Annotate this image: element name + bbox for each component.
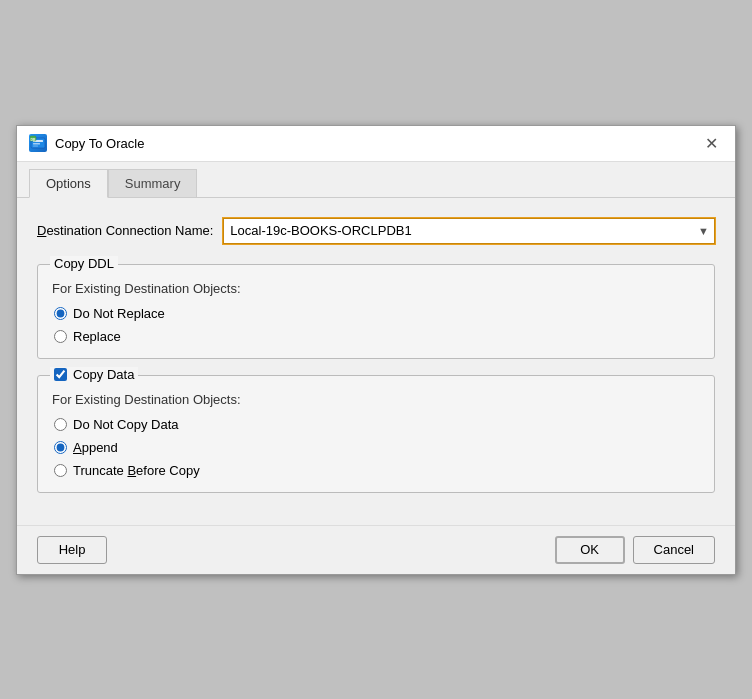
ddl-option-2-row: Replace <box>54 329 702 344</box>
tab-bar: Options Summary <box>17 162 735 198</box>
app-icon: DB <box>29 134 47 152</box>
copy-ddl-title-container: Copy DDL <box>50 256 118 271</box>
copy-data-subtitle: For Existing Destination Objects: <box>52 392 702 407</box>
copy-data-title-container: Copy Data <box>50 367 138 382</box>
ok-button[interactable]: OK <box>555 536 625 564</box>
tab-options[interactable]: Options <box>29 169 108 198</box>
svg-text:DB: DB <box>30 138 36 142</box>
copy-data-checkbox[interactable] <box>54 368 67 381</box>
ddl-do-not-replace-radio[interactable] <box>54 307 67 320</box>
data-truncate-label[interactable]: Truncate Before Copy <box>73 463 200 478</box>
dialog-body: Destination Connection Name: Local-19c-B… <box>17 198 735 525</box>
dialog-footer: Help OK Cancel <box>17 525 735 574</box>
title-left: DB Copy To Oracle <box>29 134 144 152</box>
ddl-replace-radio[interactable] <box>54 330 67 343</box>
dialog-title: Copy To Oracle <box>55 136 144 151</box>
data-truncate-radio[interactable] <box>54 464 67 477</box>
ddl-replace-label[interactable]: Replace <box>73 329 121 344</box>
footer-right-buttons: OK Cancel <box>555 536 715 564</box>
svg-rect-3 <box>33 146 38 147</box>
ddl-do-not-replace-label[interactable]: Do Not Replace <box>73 306 165 321</box>
data-do-not-copy-radio[interactable] <box>54 418 67 431</box>
close-button[interactable]: ✕ <box>699 131 723 155</box>
copy-data-label[interactable]: Copy Data <box>73 367 134 382</box>
copy-ddl-title: Copy DDL <box>54 256 114 271</box>
destination-select-wrapper: Local-19c-BOOKS-ORCLPDB1 ▼ <box>223 218 715 244</box>
cancel-button[interactable]: Cancel <box>633 536 715 564</box>
tab-summary[interactable]: Summary <box>108 169 198 198</box>
data-append-radio[interactable] <box>54 441 67 454</box>
help-button[interactable]: Help <box>37 536 107 564</box>
data-append-label[interactable]: Append <box>73 440 118 455</box>
title-bar: DB Copy To Oracle ✕ <box>17 126 735 162</box>
copy-ddl-subtitle: For Existing Destination Objects: <box>52 281 702 296</box>
ddl-option-1-row: Do Not Replace <box>54 306 702 321</box>
copy-ddl-group: Copy DDL For Existing Destination Object… <box>37 264 715 359</box>
data-option-1-row: Do Not Copy Data <box>54 417 702 432</box>
destination-select[interactable]: Local-19c-BOOKS-ORCLPDB1 <box>223 218 715 244</box>
destination-row: Destination Connection Name: Local-19c-B… <box>37 218 715 244</box>
data-option-2-row: Append <box>54 440 702 455</box>
data-option-3-row: Truncate Before Copy <box>54 463 702 478</box>
destination-label: Destination Connection Name: <box>37 223 213 238</box>
svg-rect-2 <box>33 143 40 145</box>
data-do-not-copy-label[interactable]: Do Not Copy Data <box>73 417 179 432</box>
copy-data-group: Copy Data For Existing Destination Objec… <box>37 375 715 493</box>
copy-to-oracle-dialog: DB Copy To Oracle ✕ Options Summary Dest… <box>16 125 736 575</box>
